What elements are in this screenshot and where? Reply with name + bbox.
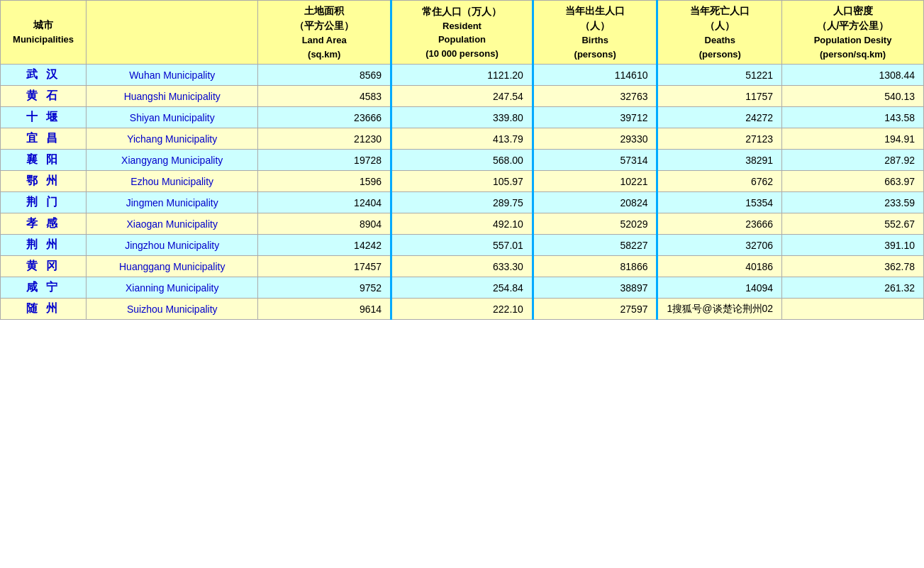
header-city: 城市 Municipalities — [1, 1, 87, 65]
municipality-cell: Jingmen Municipality — [87, 192, 258, 213]
population-cell: 568.00 — [391, 150, 533, 171]
births-cell: 32763 — [533, 86, 657, 107]
population-cell: 633.30 — [391, 256, 533, 277]
city-zh-cell: 荆 州 — [1, 235, 87, 256]
deaths-cell: 1搜狐号@谈楚论荆州02 — [657, 299, 782, 320]
land-area-cell: 21230 — [258, 128, 391, 150]
density-cell: 362.78 — [782, 256, 924, 277]
city-zh-cell: 襄 阳 — [1, 150, 87, 171]
births-cell: 20824 — [533, 192, 657, 213]
municipality-cell: Xiaogan Municipality — [87, 213, 258, 235]
land-area-cell: 17457 — [258, 256, 391, 277]
births-cell: 29330 — [533, 128, 657, 150]
population-cell: 254.84 — [391, 277, 533, 299]
table-row: 宜 昌 Yichang Municipality 21230 413.79 29… — [1, 128, 924, 150]
density-cell: 1308.44 — [782, 65, 924, 86]
header-deaths: 当年死亡人口 （人） Deaths (persons) — [657, 1, 782, 65]
city-zh-cell: 黄 石 — [1, 86, 87, 107]
header-row: 城市 Municipalities 土地面积 （平方公里） Land Area … — [1, 1, 924, 65]
deaths-cell: 27123 — [657, 128, 782, 150]
population-cell: 413.79 — [391, 128, 533, 150]
deaths-cell: 24272 — [657, 107, 782, 128]
density-cell — [782, 299, 924, 320]
births-cell: 27597 — [533, 299, 657, 320]
births-cell: 38897 — [533, 277, 657, 299]
municipality-cell: Shiyan Municipality — [87, 107, 258, 128]
births-cell: 114610 — [533, 65, 657, 86]
city-zh-cell: 咸 宁 — [1, 277, 87, 299]
births-cell: 52029 — [533, 213, 657, 235]
city-zh-cell: 孝 感 — [1, 213, 87, 235]
table-container: 城市 Municipalities 土地面积 （平方公里） Land Area … — [0, 0, 924, 568]
table-row: 黄 冈 Huanggang Municipality 17457 633.30 … — [1, 256, 924, 277]
header-municipalities — [87, 1, 258, 65]
land-area-cell: 19728 — [258, 150, 391, 171]
deaths-cell: 23666 — [657, 213, 782, 235]
table-row: 荆 州 Jingzhou Municipality 14242 557.01 5… — [1, 235, 924, 256]
births-cell: 81866 — [533, 256, 657, 277]
municipality-cell: Wuhan Municipality — [87, 65, 258, 86]
population-cell: 492.10 — [391, 213, 533, 235]
land-area-cell: 9614 — [258, 299, 391, 320]
land-area-cell: 23666 — [258, 107, 391, 128]
table-row: 咸 宁 Xianning Municipality 9752 254.84 38… — [1, 277, 924, 299]
table-row: 黄 石 Huangshi Municipality 4583 247.54 32… — [1, 86, 924, 107]
land-area-cell: 4583 — [258, 86, 391, 107]
deaths-cell: 14094 — [657, 277, 782, 299]
city-zh-cell: 鄂 州 — [1, 171, 87, 192]
land-area-cell: 8569 — [258, 65, 391, 86]
header-population: 常住人口（万人） Resident Population (10 000 per… — [391, 1, 533, 65]
land-area-cell: 1596 — [258, 171, 391, 192]
population-cell: 222.10 — [391, 299, 533, 320]
city-zh-cell: 荆 门 — [1, 192, 87, 213]
land-area-cell: 8904 — [258, 213, 391, 235]
land-area-cell: 14242 — [258, 235, 391, 256]
table-row: 十 堰 Shiyan Municipality 23666 339.80 397… — [1, 107, 924, 128]
population-cell: 105.97 — [391, 171, 533, 192]
header-density: 人口密度 （人/平方公里） Population Desity (person/… — [782, 1, 924, 65]
table-row: 襄 阳 Xiangyang Municipality 19728 568.00 … — [1, 150, 924, 171]
population-cell: 1121.20 — [391, 65, 533, 86]
table-row: 武 汉 Wuhan Municipality 8569 1121.20 1146… — [1, 65, 924, 86]
city-zh-cell: 十 堰 — [1, 107, 87, 128]
table-row: 鄂 州 Ezhou Municipality 1596 105.97 10221… — [1, 171, 924, 192]
city-zh-cell: 随 州 — [1, 299, 87, 320]
header-land: 土地面积 （平方公里） Land Area (sq.km) — [258, 1, 391, 65]
density-cell: 261.32 — [782, 277, 924, 299]
births-cell: 10221 — [533, 171, 657, 192]
municipality-cell: Jingzhou Municipality — [87, 235, 258, 256]
density-cell: 143.58 — [782, 107, 924, 128]
deaths-cell: 6762 — [657, 171, 782, 192]
table-row: 荆 门 Jingmen Municipality 12404 289.75 20… — [1, 192, 924, 213]
density-cell: 663.97 — [782, 171, 924, 192]
density-cell: 552.67 — [782, 213, 924, 235]
deaths-cell: 15354 — [657, 192, 782, 213]
deaths-cell: 40186 — [657, 256, 782, 277]
municipality-cell: Yichang Municipality — [87, 128, 258, 150]
density-cell: 540.13 — [782, 86, 924, 107]
population-cell: 247.54 — [391, 86, 533, 107]
density-cell: 233.59 — [782, 192, 924, 213]
population-cell: 557.01 — [391, 235, 533, 256]
municipality-cell: Huangshi Municipality — [87, 86, 258, 107]
deaths-cell: 11757 — [657, 86, 782, 107]
density-cell: 391.10 — [782, 235, 924, 256]
municipality-cell: Huanggang Municipality — [87, 256, 258, 277]
land-area-cell: 12404 — [258, 192, 391, 213]
table-row: 随 州 Suizhou Municipality 9614 222.10 275… — [1, 299, 924, 320]
births-cell: 57314 — [533, 150, 657, 171]
density-cell: 287.92 — [782, 150, 924, 171]
city-zh-cell: 宜 昌 — [1, 128, 87, 150]
deaths-cell: 32706 — [657, 235, 782, 256]
municipality-cell: Xianning Municipality — [87, 277, 258, 299]
population-cell: 289.75 — [391, 192, 533, 213]
city-zh-cell: 武 汉 — [1, 65, 87, 86]
municipality-cell: Xiangyang Municipality — [87, 150, 258, 171]
births-cell: 58227 — [533, 235, 657, 256]
header-births: 当年出生人口 （人） Births (persons) — [533, 1, 657, 65]
data-table: 城市 Municipalities 土地面积 （平方公里） Land Area … — [0, 0, 924, 320]
births-cell: 39712 — [533, 107, 657, 128]
density-cell: 194.91 — [782, 128, 924, 150]
table-row: 孝 感 Xiaogan Municipality 8904 492.10 520… — [1, 213, 924, 235]
municipality-cell: Suizhou Municipality — [87, 299, 258, 320]
